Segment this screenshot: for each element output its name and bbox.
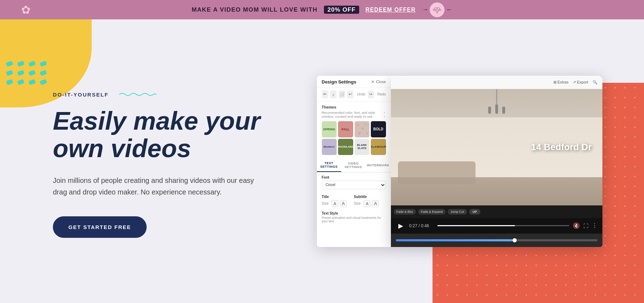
theme-bold-card[interactable]: BOLD [371,121,386,137]
svg-point-3 [364,123,367,126]
undo-button[interactable]: ↩ [347,91,354,98]
time-current: 0:27 [409,223,417,228]
theme-woodland-card[interactable]: WOODLAND [338,139,353,155]
volume-button[interactable]: 🔇 [573,222,580,229]
panel-header: Design Settings ✕ Close [317,76,391,88]
up-button[interactable]: UP [469,209,481,215]
music-icon-button[interactable]: ♪ [330,91,337,98]
text-style-desc: Preset animation and visual treatments f… [317,216,391,226]
timeline-track[interactable] [396,239,597,241]
headline-line1: Easily make your [53,107,260,135]
font-field: Font Cinzel Roboto Lato [317,173,391,191]
sofa-base [398,177,476,184]
video-timeline [391,234,602,247]
search-button[interactable]: 🔍 [593,80,597,85]
font-label: Font [322,175,386,179]
mom-heart-badge: MOM [430,2,444,17]
video-toolbar: ⊞ Extras ↗ Export 🔍 [391,76,602,89]
progress-track[interactable] [437,225,569,226]
promo-main-text: MAKE A VIDEO MOM WILL LOVE WITH 20% OFF [192,6,359,13]
extras-label: Extras [558,80,569,84]
theme-glamour-card[interactable]: GLAMOUR [371,139,386,155]
title-size-increase[interactable]: A [340,200,347,207]
title-size-decrease[interactable]: A [331,200,338,207]
extras-icon: ⊞ [553,80,557,85]
editor-wrapper: Design Settings ✕ Close ✏ ♪ ⬜ ↩ Undo ↪ R… [317,76,602,247]
export-label: Export [577,80,588,84]
themes-section-title: Themes [317,101,391,111]
svg-point-1 [356,124,359,126]
edit-icon-button[interactable]: ✏ [322,91,328,98]
theme-spring-card[interactable]: SPRING [322,121,337,137]
panel-toolbar: ✏ ♪ ⬜ ↩ Undo ↪ Redo [317,88,391,101]
close-label: Close [376,80,386,84]
timeline-handle[interactable] [513,238,517,242]
mini-chip-fade-blur[interactable]: Fade & Blur [394,209,416,215]
time-display: 0:27 / 0:46 [409,223,434,228]
font-select[interactable]: Cinzel Roboto Lato [322,181,386,189]
fullscreen-button[interactable]: ⛶ [583,223,588,229]
address-text: 14 Bedford Dr [531,142,592,152]
themes-grid: SPRING FALL BOLD Modern [317,121,391,159]
progress-fill [437,225,515,226]
hero-description: Join millions of people creating and sha… [53,175,268,198]
themes-subtitle: Recommended color, font, and style combo… [317,111,391,121]
export-button[interactable]: ↗ Export [573,80,588,85]
fabric-pattern-icon [355,121,370,137]
redo-label: Redo [378,92,386,96]
title-label: Title [322,195,347,199]
close-x-icon: ✕ [371,80,374,84]
time-total: 0:46 [421,223,429,228]
diy-text: DO-IT-YOURSELF [53,92,109,98]
video-editor: ⊞ Extras ↗ Export 🔍 [391,76,602,247]
timeline-fill [396,239,515,241]
subtitle-size-increase[interactable]: A [372,200,379,207]
theme-fall-card[interactable]: FALL [338,121,353,137]
get-started-button[interactable]: GET STARTED FREE [53,216,147,238]
title-size-field: Title Size A A Subtitle [317,191,391,209]
redeem-offer-button[interactable]: REDEEM OFFER [366,7,416,13]
mini-chip-jump-cut[interactable]: Jump Cut [448,209,467,215]
export-icon: ↗ [573,80,576,85]
theme-modern-card[interactable]: Modern [322,139,337,155]
theme-fabric-card[interactable] [355,121,370,137]
panel-title: Design Settings [322,79,356,85]
undo-label: Undo [357,92,366,96]
playback-bar: ▶ 0:27 / 0:46 🔇 ⛶ ⋮ [391,218,602,234]
flower-icon: ✿ [21,4,31,16]
wavy-decoration [115,92,161,97]
hero-left-section: DO-IT-YOURSELF Easily make your own vide… [0,63,289,259]
discount-badge: 20% OFF [324,6,359,14]
title-size-label: Size [322,202,329,205]
mom-icon-group: → MOM ← [422,2,452,17]
svg-point-4 [358,132,361,134]
subtitle-size-decrease[interactable]: A [363,200,370,207]
theme-blank-card[interactable]: BLANKSLATE [355,139,370,155]
chandelier-fixture [486,103,507,114]
panel-close-button[interactable]: ✕ Close [371,80,386,84]
play-button[interactable]: ▶ [396,221,406,231]
property-address: 14 Bedford Dr [531,142,592,153]
redo-button[interactable]: ↪ [368,91,374,98]
hero-headline: Easily make your own videos [53,107,268,162]
mini-chip-fade-expand[interactable]: Fade & Expand [418,209,446,215]
headline-line2: own videos [53,134,191,162]
mom-label: MOM [433,8,442,12]
tab-video-settings[interactable]: VIDEO SETTINGS [341,159,366,172]
svg-point-5 [366,132,368,134]
subtitle-label: Subtitle [354,195,379,199]
extras-button[interactable]: ⊞ Extras [553,80,569,85]
svg-point-2 [362,127,364,129]
tab-watermark[interactable]: WATERMARK [366,159,391,172]
video-preview: 14 Bedford Dr [391,89,602,205]
image-icon-button[interactable]: ⬜ [339,91,345,98]
tab-text-settings[interactable]: TEXT SETTINGS [317,159,341,172]
subtitle-size-group: Subtitle Size A A [354,195,379,207]
panel-tabs: TEXT SETTINGS VIDEO SETTINGS WATERMARK [317,159,391,173]
more-options-button[interactable]: ⋮ [592,222,597,229]
video-controls-bar: Fade & Blur Fade & Expand Jump Cut UP ▶ … [391,205,602,247]
search-icon: 🔍 [593,80,597,85]
mini-controls-row: Fade & Blur Fade & Expand Jump Cut UP [391,205,602,218]
promo-banner: ✿ MAKE A VIDEO MOM WILL LOVE WITH 20% OF… [0,0,644,19]
promo-text-label: MAKE A VIDEO MOM WILL LOVE WITH [192,6,318,13]
